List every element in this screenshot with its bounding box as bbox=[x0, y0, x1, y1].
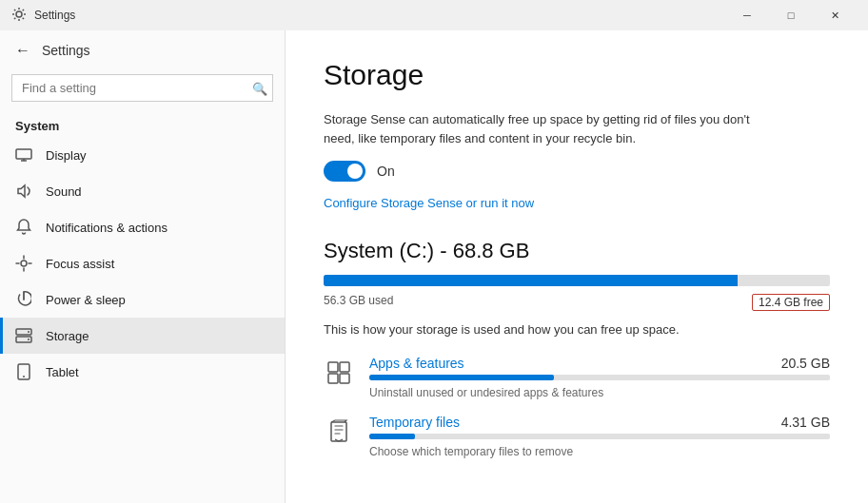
storage-sense-toggle[interactable] bbox=[324, 161, 365, 182]
apps-bar-fill bbox=[369, 375, 554, 380]
storage-bar-labels: 56.3 GB used 12.4 GB free bbox=[324, 294, 830, 311]
temp-item-header: Temporary files 4.31 GB bbox=[369, 415, 830, 430]
content-area: ← Settings 🔍 System Display bbox=[0, 30, 868, 503]
sidebar-item-sound-label: Sound bbox=[46, 184, 82, 199]
display-icon bbox=[15, 146, 32, 164]
apps-item-name[interactable]: Apps & features bbox=[369, 356, 464, 371]
svg-point-0 bbox=[16, 11, 22, 17]
svg-point-8 bbox=[23, 376, 25, 377]
apps-item-details: Apps & features 20.5 GB Uninstall unused… bbox=[369, 356, 830, 399]
apps-item-sub: Uninstall unused or undesired apps & fea… bbox=[369, 386, 603, 399]
sidebar-item-power[interactable]: Power & sleep bbox=[0, 281, 285, 318]
drive-storage-bar bbox=[324, 275, 830, 286]
sidebar-item-focus[interactable]: Focus assist bbox=[0, 245, 285, 281]
temp-icon bbox=[324, 416, 354, 447]
search-icon-button[interactable]: 🔍 bbox=[252, 81, 267, 95]
sound-icon bbox=[15, 183, 32, 200]
configure-link[interactable]: Configure Storage Sense or run it now bbox=[324, 196, 534, 210]
svg-rect-1 bbox=[16, 149, 31, 159]
drive-title: System (C:) - 68.8 GB bbox=[324, 239, 830, 263]
titlebar-controls: ─ □ ✕ bbox=[725, 0, 857, 30]
sidebar-item-notifications[interactable]: Notifications & actions bbox=[0, 209, 285, 245]
main-content: Storage Storage Sense can automatically … bbox=[286, 30, 868, 503]
toggle-row: On bbox=[324, 161, 830, 182]
sidebar-search-container: 🔍 bbox=[11, 74, 273, 102]
sidebar-item-focus-label: Focus assist bbox=[46, 257, 114, 271]
sidebar-back[interactable]: ← Settings bbox=[0, 30, 285, 70]
settings-window: Settings ─ □ ✕ ← Settings 🔍 System bbox=[0, 0, 868, 503]
back-arrow-icon: ← bbox=[15, 42, 30, 59]
settings-icon bbox=[11, 7, 27, 25]
temp-item-details: Temporary files 4.31 GB Choose which tem… bbox=[369, 415, 830, 458]
storage-used-label: 56.3 GB used bbox=[324, 294, 393, 311]
sidebar-item-tablet-label: Tablet bbox=[46, 365, 79, 379]
toggle-label: On bbox=[377, 164, 395, 179]
power-icon bbox=[15, 291, 32, 308]
storage-description: This is how your storage is used and how… bbox=[324, 322, 830, 337]
notifications-icon bbox=[15, 219, 32, 236]
svg-rect-11 bbox=[328, 374, 338, 383]
titlebar-title: Settings bbox=[34, 9, 75, 22]
sidebar-item-tablet[interactable]: Tablet bbox=[0, 354, 285, 390]
apps-item-size: 20.5 GB bbox=[781, 356, 830, 371]
sidebar-item-display-label: Display bbox=[46, 148, 87, 163]
svg-point-2 bbox=[21, 261, 27, 266]
maximize-button[interactable]: □ bbox=[769, 0, 813, 30]
sidebar-item-display[interactable]: Display bbox=[0, 137, 285, 173]
search-input[interactable] bbox=[11, 74, 273, 102]
sidebar-item-storage[interactable]: Storage bbox=[0, 318, 285, 354]
apps-item-bar bbox=[369, 375, 830, 380]
storage-free-label: 12.4 GB free bbox=[752, 294, 830, 311]
sidebar-app-title: Settings bbox=[42, 43, 90, 58]
focus-icon bbox=[15, 255, 32, 272]
temp-item-size: 4.31 GB bbox=[781, 415, 830, 430]
minimize-button[interactable]: ─ bbox=[725, 0, 769, 30]
sidebar: ← Settings 🔍 System Display bbox=[0, 30, 286, 503]
titlebar-left: Settings bbox=[11, 7, 75, 25]
storage-sense-description: Storage Sense can automatically free up … bbox=[324, 110, 780, 147]
svg-point-6 bbox=[28, 339, 30, 340]
apps-icon bbox=[324, 358, 354, 388]
sidebar-section-label: System bbox=[0, 109, 285, 137]
drive-used-bar bbox=[324, 275, 738, 286]
svg-rect-9 bbox=[328, 362, 338, 372]
tablet-icon bbox=[15, 363, 32, 380]
svg-rect-13 bbox=[331, 422, 346, 441]
temp-item-sub: Choose which temporary files to remove bbox=[369, 445, 573, 458]
temp-bar-fill bbox=[369, 434, 415, 439]
svg-rect-12 bbox=[340, 374, 349, 383]
sidebar-item-power-label: Power & sleep bbox=[46, 293, 126, 307]
storage-item-temp: Temporary files 4.31 GB Choose which tem… bbox=[324, 415, 830, 458]
storage-item-apps: Apps & features 20.5 GB Uninstall unused… bbox=[324, 356, 830, 399]
temp-item-name[interactable]: Temporary files bbox=[369, 415, 460, 430]
sidebar-item-storage-label: Storage bbox=[46, 329, 89, 343]
sidebar-item-sound[interactable]: Sound bbox=[0, 173, 285, 209]
apps-item-header: Apps & features 20.5 GB bbox=[369, 356, 830, 371]
close-button[interactable]: ✕ bbox=[813, 0, 857, 30]
titlebar: Settings ─ □ ✕ bbox=[0, 0, 868, 30]
sidebar-item-notifications-label: Notifications & actions bbox=[46, 221, 168, 235]
svg-rect-10 bbox=[340, 362, 349, 372]
storage-icon bbox=[15, 327, 32, 344]
page-title: Storage bbox=[324, 59, 830, 91]
svg-point-5 bbox=[28, 331, 30, 333]
temp-item-bar bbox=[369, 434, 830, 439]
